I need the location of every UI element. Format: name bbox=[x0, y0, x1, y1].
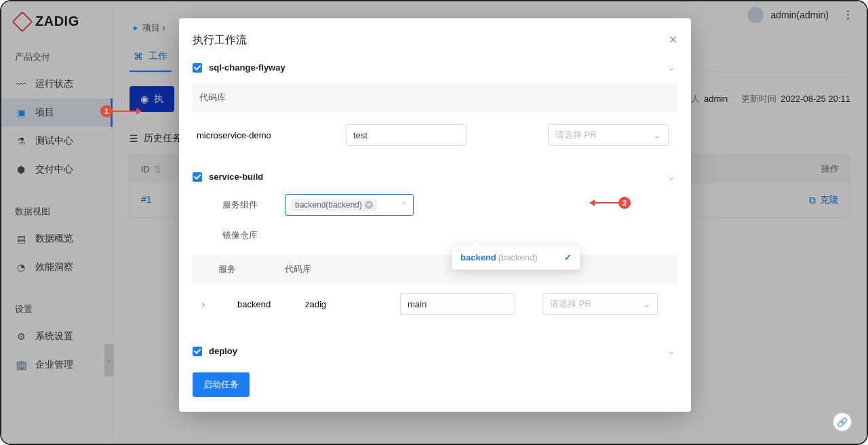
repo-name: microservice-demo bbox=[197, 130, 319, 140]
chevron-up-icon: ⌃ bbox=[400, 200, 408, 210]
img-repo-label: 镜像仓库 bbox=[197, 229, 258, 241]
expand-icon[interactable]: › bbox=[197, 299, 210, 309]
checkbox-icon[interactable] bbox=[193, 172, 202, 182]
link-button[interactable]: 🔗 bbox=[833, 412, 852, 431]
pr-select[interactable]: 请选择 PR⌄ bbox=[548, 124, 669, 146]
chevron-down-icon[interactable]: ⌄ bbox=[668, 347, 675, 356]
tag-remove-icon[interactable]: ✕ bbox=[365, 201, 373, 209]
code-repo-header: 代码库 bbox=[193, 83, 677, 112]
annotation-1: 1 bbox=[100, 105, 141, 117]
step-sql-change[interactable]: sql-change-flyway⌄ bbox=[193, 57, 677, 78]
arrow-left-icon bbox=[590, 202, 618, 204]
svc-comp-label: 服务组件 bbox=[197, 199, 258, 211]
execute-workflow-modal: 执行工作流 ✕ sql-change-flyway⌄ 代码库 microserv… bbox=[179, 18, 691, 412]
dropdown-option-backend[interactable]: backend(backend) ✓ bbox=[452, 246, 580, 269]
chevron-down-icon: ⌄ bbox=[643, 299, 650, 309]
service-dropdown: backend(backend) ✓ bbox=[452, 245, 580, 270]
arrow-right-icon bbox=[113, 111, 141, 112]
service-component-select[interactable]: backend(backend)✕ ⌃ bbox=[285, 194, 414, 216]
service-table-header: 服务代码库 bbox=[193, 255, 677, 284]
branch-input[interactable] bbox=[346, 124, 467, 146]
pr-select-2[interactable]: 请选择 PR⌄ bbox=[542, 293, 658, 315]
checkbox-icon[interactable] bbox=[193, 347, 202, 356]
service-row: › backend zadig 请选择 PR⌄ bbox=[193, 284, 677, 324]
modal-title: 执行工作流 bbox=[193, 33, 677, 47]
branch-input-2[interactable] bbox=[400, 293, 515, 315]
chevron-down-icon[interactable]: ⌄ bbox=[668, 63, 675, 73]
step-service-build[interactable]: service-build⌄ bbox=[193, 166, 677, 187]
annotation-2: 2 bbox=[590, 197, 631, 209]
start-task-button[interactable]: 启动任务 bbox=[193, 372, 250, 397]
step-deploy[interactable]: deploy⌄ bbox=[193, 341, 677, 362]
close-icon[interactable]: ✕ bbox=[669, 33, 677, 46]
check-icon: ✓ bbox=[564, 252, 572, 263]
checkbox-icon[interactable] bbox=[193, 63, 202, 73]
chevron-down-icon: ⌄ bbox=[654, 130, 661, 140]
chevron-down-icon[interactable]: ⌄ bbox=[668, 172, 675, 182]
service-tag: backend(backend)✕ bbox=[291, 199, 377, 211]
